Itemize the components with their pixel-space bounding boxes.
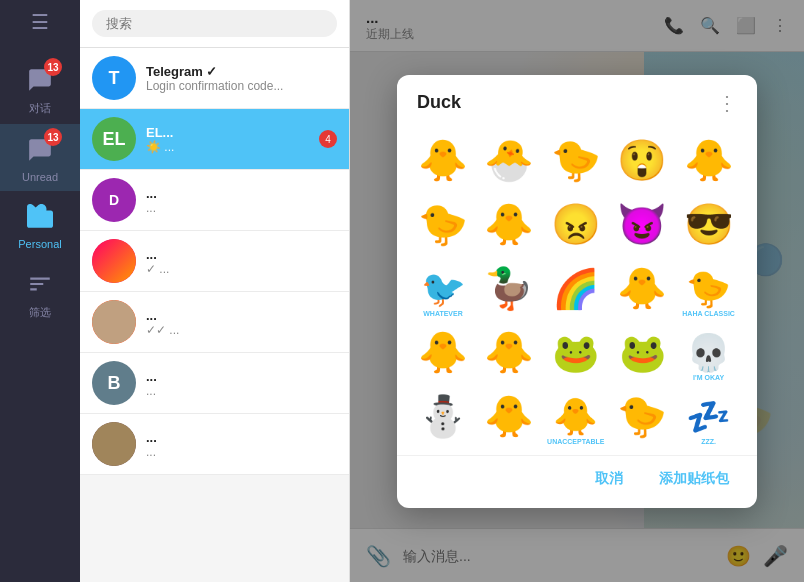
sticker-cell[interactable]: 🐥 — [679, 131, 739, 191]
sidebar-item-chats[interactable]: 13 对话 — [0, 54, 80, 124]
chat-name: ... — [146, 430, 337, 445]
filter-icon-wrap — [22, 266, 58, 302]
search-input[interactable] — [106, 16, 323, 31]
avatar: D — [92, 178, 136, 222]
chat-preview: ... — [146, 445, 337, 459]
chat-meta: 4 — [319, 130, 337, 148]
sticker-cell[interactable]: 🐸 — [612, 323, 672, 383]
chat-name: ... — [146, 308, 337, 323]
unread-badge: 13 — [44, 128, 62, 146]
sticker-grid: 🐥 🐣 🐤 😲 🐥 🐤 🐥 😠 😈 😎 🐦 WHATEVER — [397, 127, 757, 455]
chat-preview: ... — [146, 384, 337, 398]
menu-icon[interactable]: ☰ — [31, 10, 49, 34]
sticker-cell[interactable]: 😠 — [546, 195, 606, 255]
sticker-label-imokay: I'M OKAY — [679, 374, 739, 381]
sticker-cell[interactable]: 🐥 — [479, 195, 539, 255]
sidebar: ☰ 13 对话 13 Unread — [0, 0, 80, 582]
sticker-label-zzz: ZZz. — [679, 438, 739, 445]
sticker-cell[interactable]: 🐸 — [546, 323, 606, 383]
chat-preview: Login confirmation code... — [146, 79, 337, 93]
sticker-label-unacceptable: UNACCEPTABLE — [546, 438, 606, 445]
chat-info: ... ... — [146, 369, 337, 398]
sticker-cell[interactable]: 🐥 — [479, 387, 539, 447]
sticker-cell[interactable]: 😎 — [679, 195, 739, 255]
avatar: EL — [92, 117, 136, 161]
add-sticker-button[interactable]: 添加贴纸包 — [651, 466, 737, 492]
chat-item[interactable]: B ... ... — [80, 353, 349, 414]
sticker-cell-unacceptable[interactable]: 🐥 UNACCEPTABLE — [546, 387, 606, 447]
sticker-cell[interactable]: 🐤 — [546, 131, 606, 191]
app-container: ☰ 13 对话 13 Unread — [0, 0, 804, 582]
sidebar-label-chats: 对话 — [29, 101, 51, 116]
sticker-cell[interactable]: 🐥 — [413, 131, 473, 191]
chat-info: ... ... — [146, 186, 337, 215]
chat-item[interactable]: ... ✓ ... — [80, 231, 349, 292]
chat-main: ... 近期上线 📞 🔍 ⬜ ⋮ 🐤 🔵 📎 🙂 🎤 — [350, 0, 804, 582]
chat-item[interactable]: EL EL... ☀️ ... 4 — [80, 109, 349, 170]
avatar — [92, 300, 136, 344]
modal-overlay[interactable]: Duck ⋮ 🐥 🐣 🐤 😲 🐥 🐤 🐥 😠 😈 😎 — [350, 0, 804, 582]
sticker-cell[interactable]: 🐥 — [612, 259, 672, 319]
chats-badge: 13 — [44, 58, 62, 76]
sticker-cell[interactable]: 😲 — [612, 131, 672, 191]
sticker-cell[interactable]: 🦆 — [479, 259, 539, 319]
sticker-cell-haha[interactable]: 🐤 HAHA CLASSIC — [679, 259, 739, 319]
avatar: T — [92, 56, 136, 100]
chat-list-panel: T Telegram ✓ Login confirmation code... … — [80, 0, 350, 582]
sidebar-item-personal[interactable]: Personal — [0, 191, 80, 258]
chat-name: ... — [146, 369, 337, 384]
sticker-cell[interactable]: ⛄ — [413, 387, 473, 447]
sidebar-label-unread: Unread — [22, 171, 58, 183]
sticker-cell[interactable]: 🌈 — [546, 259, 606, 319]
search-area — [80, 0, 349, 48]
sticker-cell-whatever[interactable]: 🐦 WHATEVER — [413, 259, 473, 319]
chat-preview: ... — [146, 201, 337, 215]
chat-info: EL... ☀️ ... — [146, 125, 319, 154]
sticker-label-haha: HAHA CLASSIC — [679, 310, 739, 317]
chat-item[interactable]: ... ✓✓ ... — [80, 292, 349, 353]
sidebar-item-filter[interactable]: 筛选 — [0, 258, 80, 328]
search-wrap — [92, 10, 337, 37]
modal-footer: 取消 添加贴纸包 — [397, 455, 757, 508]
modal-header: Duck ⋮ — [397, 75, 757, 127]
chat-name: EL... — [146, 125, 319, 140]
chat-info: ... ... — [146, 430, 337, 459]
sticker-cell-zzz[interactable]: 💤 ZZz. — [679, 387, 739, 447]
sticker-label-whatever: WHATEVER — [413, 310, 473, 317]
sticker-cell[interactable]: 🐤 — [413, 195, 473, 255]
sidebar-label-personal: Personal — [18, 238, 61, 250]
sticker-modal: Duck ⋮ 🐥 🐣 🐤 😲 🐥 🐤 🐥 😠 😈 😎 — [397, 75, 757, 508]
chat-items-list: T Telegram ✓ Login confirmation code... … — [80, 48, 349, 582]
sidebar-label-filter: 筛选 — [29, 305, 51, 320]
chat-preview: ✓✓ ... — [146, 323, 337, 337]
chats-icon-wrap: 13 — [22, 62, 58, 98]
chat-name: ... — [146, 186, 337, 201]
modal-more-icon[interactable]: ⋮ — [717, 91, 737, 115]
avatar: B — [92, 361, 136, 405]
sticker-cell[interactable]: 🐣 — [479, 131, 539, 191]
unread-count: 4 — [319, 130, 337, 148]
sticker-cell[interactable]: 🐥 — [413, 323, 473, 383]
chat-name: Telegram ✓ — [146, 64, 337, 79]
unread-icon-wrap: 13 — [22, 132, 58, 168]
avatar — [92, 422, 136, 466]
chat-info: Telegram ✓ Login confirmation code... — [146, 64, 337, 93]
sticker-cell-imokay[interactable]: 💀 I'M OKAY — [679, 323, 739, 383]
chat-info: ... ✓ ... — [146, 247, 337, 276]
sidebar-item-unread[interactable]: 13 Unread — [0, 124, 80, 191]
personal-icon-wrap — [22, 199, 58, 235]
chat-name: ... — [146, 247, 337, 262]
chat-info: ... ✓✓ ... — [146, 308, 337, 337]
avatar — [92, 239, 136, 283]
chat-preview: ✓ ... — [146, 262, 337, 276]
sticker-cell[interactable]: 🐥 — [479, 323, 539, 383]
sticker-cell[interactable]: 🐤 — [612, 387, 672, 447]
chat-item[interactable]: T Telegram ✓ Login confirmation code... — [80, 48, 349, 109]
sticker-cell[interactable]: 😈 — [612, 195, 672, 255]
chat-item[interactable]: ... ... — [80, 414, 349, 475]
chat-preview: ☀️ ... — [146, 140, 319, 154]
modal-title: Duck — [417, 92, 461, 113]
chat-item[interactable]: D ... ... — [80, 170, 349, 231]
cancel-button[interactable]: 取消 — [587, 466, 631, 492]
